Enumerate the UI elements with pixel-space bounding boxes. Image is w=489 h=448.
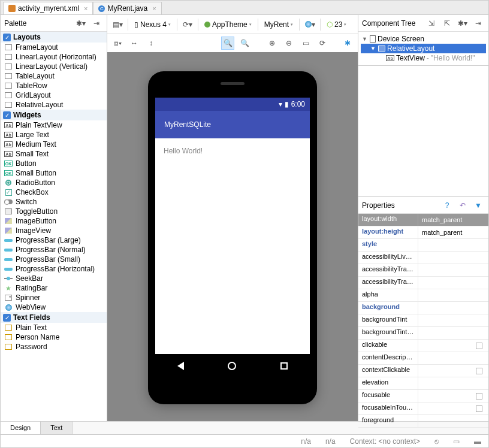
property-value[interactable] bbox=[418, 302, 488, 314]
property-value[interactable] bbox=[418, 264, 488, 276]
property-value[interactable] bbox=[418, 352, 488, 364]
expand-checkbox-icon[interactable]: ✓ bbox=[3, 34, 11, 41]
property-value[interactable]: match_parent bbox=[418, 214, 488, 226]
fit-screen-icon[interactable]: ▭ bbox=[299, 37, 312, 50]
property-value[interactable] bbox=[418, 365, 488, 377]
palette-item[interactable]: LinearLayout (Horizontal) bbox=[1, 52, 107, 62]
property-value[interactable] bbox=[418, 239, 488, 251]
palette-item[interactable]: AbSmall Text bbox=[1, 149, 107, 159]
tree-row-textview[interactable]: Ab TextView - "Hello World!" bbox=[361, 53, 486, 63]
palette-item[interactable]: GridLayout bbox=[1, 90, 107, 100]
help-icon[interactable]: ? bbox=[440, 199, 454, 212]
property-value[interactable] bbox=[418, 340, 488, 352]
zoom-out-a-icon[interactable]: 🔍 bbox=[238, 37, 251, 50]
palette-item[interactable]: TableLayout bbox=[1, 71, 107, 81]
property-row[interactable]: background bbox=[358, 302, 488, 314]
palette-category[interactable]: ✓Text Fields bbox=[1, 312, 107, 323]
property-value[interactable] bbox=[418, 314, 488, 326]
vfit-icon[interactable]: ↕ bbox=[144, 37, 158, 50]
palette-category[interactable]: ✓Layouts bbox=[1, 32, 107, 43]
palette-item[interactable]: WebView bbox=[1, 302, 107, 312]
palette-item[interactable]: AbLarge Text bbox=[1, 130, 107, 140]
property-value[interactable] bbox=[418, 252, 488, 264]
palette-item[interactable]: Switch bbox=[1, 197, 107, 207]
palette-item[interactable]: Person Name bbox=[1, 332, 107, 342]
file-tab-myrent-java[interactable]: C MyRent.java × bbox=[93, 2, 161, 14]
palette-item[interactable]: ProgressBar (Horizontal) bbox=[1, 264, 107, 274]
palette-item[interactable]: SeekBar bbox=[1, 274, 107, 283]
layout-ref-dropdown[interactable]: MyRent bbox=[262, 19, 295, 30]
orientation-icon[interactable]: ⟳▾ bbox=[181, 18, 194, 31]
property-row[interactable]: focusable bbox=[358, 390, 488, 402]
checkbox-icon[interactable] bbox=[476, 405, 482, 412]
property-row[interactable]: clickable bbox=[358, 340, 488, 352]
checkbox-icon[interactable] bbox=[476, 368, 482, 374]
close-icon[interactable]: × bbox=[152, 5, 156, 12]
palette-item[interactable]: LinearLayout (Vertical) bbox=[1, 62, 107, 71]
canvas-area[interactable]: ▾ ▮ 6:00 MyRentSQLite Hello World! bbox=[107, 52, 358, 421]
refresh-icon[interactable]: ⟳ bbox=[316, 37, 329, 50]
api-dropdown[interactable]: ⬡23 bbox=[324, 19, 349, 30]
expand-icon[interactable]: ⇲ bbox=[425, 17, 438, 30]
text-tab[interactable]: Text bbox=[41, 422, 73, 434]
gear-icon[interactable]: ✱▾ bbox=[456, 17, 469, 30]
property-value[interactable]: match_parent bbox=[418, 226, 488, 238]
palette-item[interactable]: OKButton bbox=[1, 159, 107, 168]
palette-item[interactable]: ★RatingBar bbox=[1, 283, 107, 293]
hfit-icon[interactable]: ↔ bbox=[128, 37, 141, 50]
palette-item[interactable]: Plain Text bbox=[1, 323, 107, 332]
palette-item[interactable]: OKSmall Button bbox=[1, 168, 107, 178]
close-icon[interactable]: × bbox=[84, 5, 87, 12]
palette-item[interactable]: TableRow bbox=[1, 81, 107, 90]
property-row[interactable]: elevation bbox=[358, 377, 488, 390]
collapse-icon[interactable]: ⇱ bbox=[440, 17, 454, 30]
property-value[interactable] bbox=[418, 415, 488, 427]
checkbox-icon[interactable] bbox=[476, 343, 482, 349]
zoom-in-icon[interactable]: ⊕ bbox=[265, 37, 279, 50]
view-mode-icon[interactable]: ▤▾ bbox=[111, 18, 124, 31]
tree-row-device[interactable]: ▼ Device Screen bbox=[361, 34, 486, 44]
status-icon[interactable]: ⎋ bbox=[434, 437, 439, 446]
property-row[interactable]: alpha bbox=[358, 289, 488, 302]
palette-item[interactable]: RadioButton bbox=[1, 178, 107, 187]
property-value[interactable] bbox=[418, 390, 488, 402]
palette-item[interactable]: Password bbox=[1, 342, 107, 352]
settings-icon[interactable]: ✱ bbox=[341, 37, 354, 50]
tree-row-relativelayout[interactable]: ▼ RelativeLayout bbox=[361, 44, 486, 53]
property-row[interactable]: contentDescription bbox=[358, 352, 488, 365]
palette-item[interactable]: FrameLayout bbox=[1, 43, 107, 52]
theme-dropdown[interactable]: AppTheme bbox=[202, 19, 254, 30]
boundaries-icon[interactable]: ⧈▾ bbox=[111, 37, 124, 50]
chevron-down-icon[interactable]: ▼ bbox=[370, 46, 376, 52]
device-dropdown[interactable]: ▯Nexus 4 bbox=[132, 19, 173, 30]
property-value[interactable] bbox=[418, 277, 488, 289]
file-tab-activity-xml[interactable]: activity_myrent.xml × bbox=[3, 2, 93, 14]
property-row[interactable]: layout:heightmatch_parent bbox=[358, 226, 488, 239]
collapse-icon[interactable]: ⇥ bbox=[90, 17, 103, 30]
property-value[interactable] bbox=[418, 289, 488, 301]
property-row[interactable]: contextClickable bbox=[358, 365, 488, 377]
palette-item[interactable]: AbPlain TextView bbox=[1, 120, 107, 130]
property-row[interactable]: foreground bbox=[358, 415, 488, 428]
expand-checkbox-icon[interactable]: ✓ bbox=[3, 314, 11, 322]
zoom-out-icon[interactable]: ⊖ bbox=[282, 37, 295, 50]
locale-icon[interactable]: ▾ bbox=[303, 18, 316, 31]
property-row[interactable]: accessibilityLiveRegion bbox=[358, 252, 488, 264]
status-icon[interactable]: ▬ bbox=[474, 437, 481, 446]
palette-item[interactable]: Spinner bbox=[1, 293, 107, 302]
palette-item[interactable]: ProgressBar (Normal) bbox=[1, 245, 107, 255]
palette-item[interactable]: ✓CheckBox bbox=[1, 187, 107, 197]
property-row[interactable]: accessibilityTraversalAfter bbox=[358, 264, 488, 277]
chevron-down-icon[interactable]: ▼ bbox=[362, 36, 368, 42]
palette-category[interactable]: ✓Widgets bbox=[1, 110, 107, 120]
property-row[interactable]: focusableInTouchMode bbox=[358, 402, 488, 415]
property-row[interactable]: style bbox=[358, 239, 488, 252]
design-tab[interactable]: Design bbox=[1, 422, 41, 434]
palette-item[interactable]: ImageButton bbox=[1, 216, 107, 226]
property-value[interactable] bbox=[418, 377, 488, 389]
palette-item[interactable]: ProgressBar (Large) bbox=[1, 235, 107, 245]
gear-icon[interactable]: ✱▾ bbox=[74, 17, 87, 30]
property-value[interactable] bbox=[418, 327, 488, 339]
property-row[interactable]: backgroundTintMode bbox=[358, 327, 488, 340]
property-row[interactable]: accessibilityTraversalBefore bbox=[358, 277, 488, 289]
